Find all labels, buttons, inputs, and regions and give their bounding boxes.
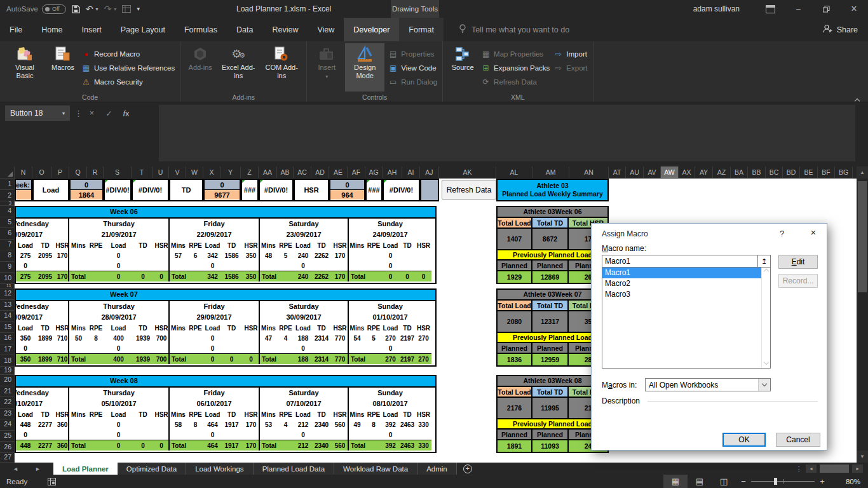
- column-header-BF[interactable]: BF: [818, 166, 835, 179]
- total-value[interactable]: 1939: [133, 356, 153, 363]
- column-header-Q[interactable]: Q: [69, 166, 87, 179]
- column-header-AU[interactable]: AU: [626, 166, 644, 179]
- total-label[interactable]: Total: [260, 356, 294, 363]
- column-header-Y[interactable]: Y: [220, 166, 241, 179]
- autosave-toggle[interactable]: AutoSave Off: [6, 4, 66, 14]
- hsr-header-cell[interactable]: HSR: [294, 179, 329, 201]
- macro-list-item[interactable]: Macro1: [602, 268, 770, 278]
- tab-format[interactable]: Format: [399, 18, 444, 41]
- week-label-cell[interactable]: Week:: [15, 179, 32, 201]
- dialog-close-button[interactable]: ×: [803, 225, 824, 240]
- page-break-view-icon[interactable]: ◫: [712, 475, 736, 488]
- row-header-16[interactable]: 16: [0, 333, 15, 344]
- data-cell[interactable]: 8: [187, 421, 204, 428]
- data-cell[interactable]: 0: [204, 262, 221, 269]
- total-value[interactable]: 2340: [312, 442, 331, 449]
- data-cell[interactable]: 0: [204, 335, 221, 342]
- overflow-cell[interactable]: ###: [241, 179, 259, 201]
- tab-insert[interactable]: Insert: [72, 18, 111, 41]
- horizontal-scrollbar-thumb[interactable]: [820, 464, 849, 473]
- planned-value[interactable]: 1891: [498, 440, 532, 452]
- tab-data[interactable]: Data: [227, 18, 262, 41]
- data-cell[interactable]: 0: [294, 345, 312, 352]
- row-header-9[interactable]: 9: [0, 262, 15, 273]
- share-button[interactable]: Share: [823, 18, 868, 41]
- total-value[interactable]: 0: [221, 356, 242, 363]
- total-label[interactable]: Total: [170, 442, 204, 449]
- data-cell[interactable]: 330: [416, 421, 431, 428]
- td-header-cell[interactable]: TD: [169, 179, 203, 201]
- data-cell[interactable]: 1899: [35, 335, 55, 342]
- sheet-tab-load-workings[interactable]: Load Workings: [186, 463, 254, 475]
- view-code-button[interactable]: ▣View Code: [388, 62, 437, 74]
- data-cell[interactable]: 0: [104, 252, 133, 259]
- row-header-23[interactable]: 23: [0, 409, 15, 420]
- data-cell[interactable]: 270: [382, 335, 399, 342]
- total-value[interactable]: 0: [104, 273, 133, 280]
- total-label[interactable]: Total: [69, 356, 104, 363]
- data-cell[interactable]: 1586: [221, 252, 242, 259]
- close-button[interactable]: ×: [840, 0, 868, 18]
- load-values-cell[interactable]: 01864: [69, 179, 104, 201]
- data-cell[interactable]: 0: [294, 262, 312, 269]
- total-label[interactable]: Total: [69, 273, 104, 280]
- total-value[interactable]: 392: [382, 442, 399, 449]
- data-cell[interactable]: 0: [16, 345, 35, 352]
- zoom-slider-thumb[interactable]: [774, 478, 777, 485]
- total-value[interactable]: 0: [399, 273, 416, 280]
- total-label[interactable]: Total: [349, 273, 382, 280]
- select-all-corner[interactable]: [0, 166, 15, 179]
- total-value[interactable]: 2314: [312, 356, 331, 363]
- athlete-summary-banner[interactable]: Athlete 03 Planned Load Weekly Summary: [496, 179, 609, 201]
- column-header-AB[interactable]: AB: [277, 166, 294, 179]
- total-value[interactable]: 0: [382, 273, 399, 280]
- excel-add-ins-button[interactable]: ⚙⚙Excel Add-ins: [219, 43, 258, 92]
- total-value[interactable]: 0: [416, 273, 431, 280]
- row-header-15[interactable]: 15: [0, 322, 15, 334]
- tab-formulas[interactable]: Formulas: [175, 18, 227, 41]
- data-cell[interactable]: 1939: [133, 335, 153, 342]
- summary-total-value[interactable]: 8672: [532, 229, 569, 249]
- data-cell[interactable]: 0: [382, 262, 399, 269]
- refresh-data-form-button[interactable]: Refresh Data: [442, 180, 496, 200]
- data-cell[interactable]: 49: [349, 421, 365, 428]
- column-header-AY[interactable]: AY: [695, 166, 713, 179]
- page-layout-view-icon[interactable]: ▤: [688, 475, 712, 488]
- data-cell[interactable]: 57: [170, 252, 187, 259]
- row-header-7[interactable]: 7: [0, 240, 15, 251]
- data-cell[interactable]: 360: [55, 421, 69, 428]
- cancel-button[interactable]: Cancel: [776, 433, 820, 447]
- macros-button[interactable]: Macros: [48, 43, 78, 92]
- data-cell[interactable]: 0: [104, 262, 133, 269]
- data-cell[interactable]: 2314: [312, 335, 331, 342]
- column-header-N[interactable]: N: [15, 166, 32, 179]
- edit-button[interactable]: Edit: [778, 255, 818, 269]
- div-error-cell[interactable]: #DIV/0!: [104, 179, 132, 201]
- column-header-T[interactable]: T: [132, 166, 153, 179]
- total-value[interactable]: 400: [104, 356, 133, 363]
- data-cell[interactable]: 212: [294, 421, 312, 428]
- row-header-21[interactable]: 21: [0, 386, 15, 398]
- total-value[interactable]: 350: [16, 356, 35, 363]
- use-relative-references-button[interactable]: ▦Use Relative References: [81, 62, 175, 74]
- total-value[interactable]: 0: [133, 273, 153, 280]
- data-cell[interactable]: 2277: [35, 421, 55, 428]
- data-cell[interactable]: 392: [382, 421, 399, 428]
- row-header-14[interactable]: 14: [0, 311, 15, 322]
- data-cell[interactable]: 2262: [312, 252, 331, 259]
- column-header-U[interactable]: U: [153, 166, 169, 179]
- data-cell[interactable]: 270: [416, 335, 431, 342]
- column-header-AZ[interactable]: AZ: [713, 166, 731, 179]
- total-label[interactable]: Total: [260, 442, 294, 449]
- column-header-BG[interactable]: BG: [835, 166, 853, 179]
- sheet-tab-workload-raw-data[interactable]: Workload Raw Data: [334, 463, 417, 475]
- macro-list-scrollbar[interactable]: [761, 268, 770, 368]
- total-value[interactable]: 700: [153, 356, 170, 363]
- row-header-3[interactable]: 3: [0, 201, 15, 206]
- row-header-6[interactable]: 6: [0, 228, 15, 240]
- data-cell[interactable]: 2463: [399, 421, 416, 428]
- total-value[interactable]: 0: [242, 356, 260, 363]
- restore-button[interactable]: [812, 0, 840, 18]
- formula-bar-splitter-icon[interactable]: ⋮: [74, 105, 83, 121]
- total-label[interactable]: Total: [349, 442, 382, 449]
